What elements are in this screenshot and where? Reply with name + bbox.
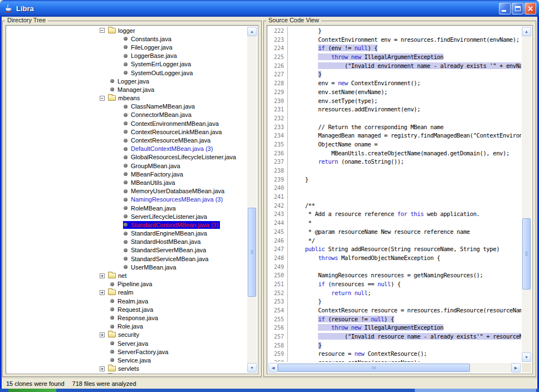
file-bullet-icon	[124, 71, 128, 75]
scroll-up-icon[interactable]: ▲	[522, 27, 531, 36]
tree-item-file[interactable]: ClassNameMBean.java	[6, 102, 247, 111]
tree-item-folder[interactable]: +security	[6, 331, 247, 339]
line-number: 253	[268, 297, 288, 306]
tree-item-folder[interactable]: −logger	[6, 26, 247, 35]
tree-item-file[interactable]: GroupMBean.java	[6, 161, 247, 170]
scroll-right-icon[interactable]: ▶	[511, 363, 521, 373]
tree-item-file[interactable]: ContextResourceMBean.java	[6, 136, 247, 144]
tree-item-file[interactable]: LoggerBase.java	[6, 52, 247, 60]
tree-item-file[interactable]: ServerLifecycleListener.java	[6, 212, 247, 220]
tree-item-file[interactable]: GlobalResourcesLifecycleListener.java	[6, 153, 247, 161]
tree-vertical-scrollbar[interactable]: ▲ ▼	[247, 27, 257, 373]
code-line: 230 env.setType(type);	[268, 97, 521, 106]
tree-item-label: Manager.java	[117, 86, 154, 93]
line-number: 251	[268, 280, 288, 289]
tree-item-file[interactable]: MBeanUtils.java	[6, 178, 247, 187]
line-number: 244	[268, 219, 288, 228]
tree-item-folder[interactable]: +net	[6, 271, 247, 280]
tree-item-file[interactable]: StandardContextMBean.java (3)	[6, 220, 247, 229]
code-text: public String addResource(String resourc…	[288, 245, 499, 254]
tree-item-file[interactable]: Request.java	[6, 305, 247, 313]
expand-icon[interactable]: +	[100, 273, 105, 278]
tree-item-label: MBeanFactory.java	[131, 171, 183, 178]
code-line: 254 ContextResource resource = nresource…	[268, 306, 521, 315]
scroll-up-icon[interactable]: ▲	[247, 27, 257, 36]
code-horizontal-scrollbar[interactable]: ◀ ▶	[268, 363, 521, 373]
tree-item-folder[interactable]: +	[6, 373, 247, 374]
tree-item-file[interactable]: Role.java	[6, 322, 247, 331]
tree-item-file[interactable]: Server.java	[6, 339, 247, 347]
tree-item-file[interactable]: Service.java	[6, 356, 247, 364]
tree-item-file[interactable]: Logger.java	[6, 77, 247, 85]
expand-icon[interactable]: +	[100, 366, 105, 371]
titlebar[interactable]: Libra ×	[0, 0, 539, 17]
tree-item-file[interactable]: ConnectorMBean.java	[6, 111, 247, 119]
collapse-icon[interactable]: −	[100, 28, 105, 33]
tree-item-file[interactable]: SystemErrLogger.java	[6, 60, 247, 68]
file-bullet-icon	[124, 164, 128, 168]
taskbar[interactable]	[0, 389, 539, 392]
code-vscrollbar-thumb[interactable]	[522, 218, 531, 290]
file-bullet-icon	[110, 87, 114, 91]
close-icon: ×	[525, 3, 536, 14]
collapse-icon[interactable]: −	[100, 96, 105, 101]
code-text	[288, 166, 292, 175]
tree-item-label: net	[118, 272, 126, 279]
tree-item-file[interactable]: DefaultContextMBean.java (3)	[6, 145, 247, 153]
tree-item-file[interactable]: Realm.java	[6, 297, 247, 305]
tree-scrollbar-thumb[interactable]	[248, 208, 256, 297]
minimize-button[interactable]	[499, 3, 511, 14]
tree-item-file[interactable]: Manager.java	[6, 85, 247, 94]
scroll-down-icon[interactable]: ▼	[522, 352, 531, 362]
expand-icon[interactable]: +	[100, 290, 105, 295]
line-number: 238	[268, 166, 288, 175]
tree-item-folder[interactable]: −mbeans	[6, 94, 247, 102]
line-number: 245	[268, 228, 288, 237]
tree-item-file[interactable]: NamingResourcesMBean.java (3)	[6, 195, 247, 204]
tree-item-file[interactable]: ServerFactory.java	[6, 347, 247, 356]
tree-item-file[interactable]: StandardServiceMBean.java	[6, 254, 247, 263]
tree-item-content: FileLogger.java	[123, 43, 174, 51]
tree-item-file[interactable]: MemoryUserDatabaseMBean.java	[6, 187, 247, 195]
file-bullet-icon	[124, 121, 128, 125]
tree-item-file[interactable]: ContextResourceLinkMBean.java	[6, 128, 247, 136]
tree-item-file[interactable]: StandardHostMBean.java	[6, 238, 247, 246]
tree-item-file[interactable]: StandardServerMBean.java	[6, 246, 247, 254]
tree-item-folder[interactable]: +servlets	[6, 365, 247, 373]
tree-item-file[interactable]: RoleMBean.java	[6, 204, 247, 212]
file-bullet-icon	[124, 139, 128, 143]
file-bullet-icon	[124, 45, 128, 49]
tree-item-content: Request.java	[110, 306, 155, 313]
tree-item-file[interactable]: Response.java	[6, 313, 247, 322]
code-vertical-scrollbar[interactable]: ▲ ▼	[522, 27, 531, 362]
tree-item-label: MBeanUtils.java	[131, 179, 175, 186]
expand-icon[interactable]: +	[100, 332, 105, 337]
tree-item-folder[interactable]: +realm	[6, 288, 247, 297]
tree-item-content: ContextEnvironmentMBean.java	[123, 120, 220, 128]
file-bullet-icon	[124, 180, 128, 184]
code-line: 234 ManagedBean managed = registry.findM…	[268, 131, 521, 140]
line-number: 257	[268, 332, 288, 341]
tree-item-label: mbeans	[118, 95, 140, 101]
tree-item-file[interactable]: UserMBean.java	[6, 263, 247, 271]
tree-item-file[interactable]: ContextEnvironmentMBean.java	[6, 119, 247, 128]
scroll-down-icon[interactable]: ▼	[247, 363, 257, 373]
close-button[interactable]: ×	[525, 3, 536, 14]
tree-item-content: ClassNameMBean.java	[123, 102, 197, 110]
code-line: 255 if (resource != null) {	[268, 315, 521, 324]
tree-item-file[interactable]: MBeanFactory.java	[6, 170, 247, 178]
tree-item-label: Response.java	[117, 315, 158, 321]
line-number: 224	[268, 44, 288, 53]
tree-item-file[interactable]: FileLogger.java	[6, 43, 247, 51]
tree-item-content: RoleMBean.java	[123, 204, 178, 212]
tree-item-content: ContextResourceMBean.java	[123, 136, 212, 144]
tree-item-file[interactable]: SystemOutLogger.java	[6, 68, 247, 77]
maximize-button[interactable]	[512, 3, 523, 14]
scroll-left-icon[interactable]: ◀	[268, 363, 278, 373]
tree-item-file[interactable]: Constants.java	[6, 35, 247, 43]
code-hscrollbar-thumb[interactable]	[278, 364, 470, 372]
taskbar-task-button[interactable]	[415, 389, 536, 392]
tree-item-file[interactable]: StandardEngineMBean.java	[6, 229, 247, 238]
start-button-edge[interactable]	[8, 389, 56, 392]
tree-item-file[interactable]: Pipeline.java	[6, 280, 247, 288]
